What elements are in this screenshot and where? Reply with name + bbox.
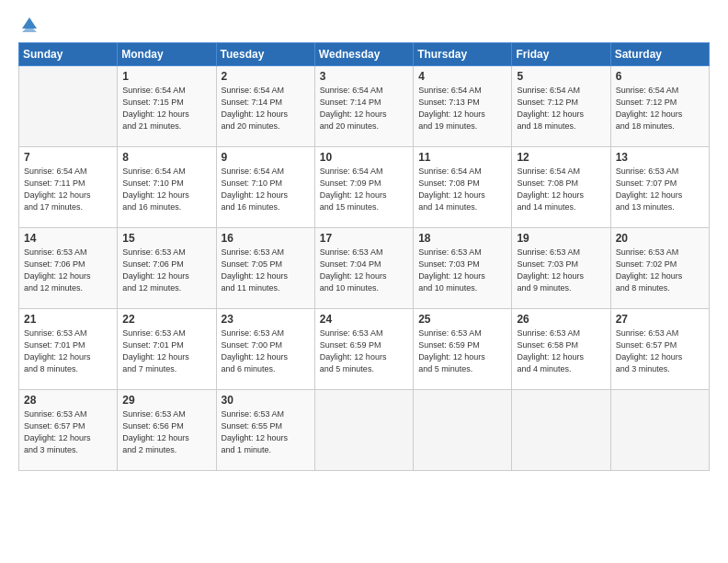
cell-info: Sunrise: 6:53 AM Sunset: 7:06 PM Dayligh… — [24, 247, 112, 294]
cell-info: Sunrise: 6:53 AM Sunset: 7:01 PM Dayligh… — [24, 327, 112, 375]
calendar-cell — [314, 390, 413, 471]
calendar-cell: 27Sunrise: 6:53 AM Sunset: 6:57 PM Dayli… — [610, 309, 709, 390]
calendar-cell: 18Sunrise: 6:53 AM Sunset: 7:03 PM Dayli… — [414, 228, 512, 309]
cell-info: Sunrise: 6:54 AM Sunset: 7:10 PM Dayligh… — [222, 166, 310, 213]
calendar-cell: 22Sunrise: 6:53 AM Sunset: 7:01 PM Dayli… — [118, 309, 216, 390]
calendar-cell: 20Sunrise: 6:53 AM Sunset: 7:02 PM Dayli… — [610, 228, 709, 309]
calendar-cell: 13Sunrise: 6:53 AM Sunset: 7:07 PM Dayli… — [610, 147, 709, 228]
date-number: 1 — [122, 70, 210, 83]
calendar-cell: 25Sunrise: 6:53 AM Sunset: 6:59 PM Dayli… — [414, 309, 512, 390]
calendar-cell: 16Sunrise: 6:53 AM Sunset: 7:05 PM Dayli… — [216, 228, 314, 309]
calendar-cell: 12Sunrise: 6:54 AM Sunset: 7:08 PM Dayli… — [512, 147, 610, 228]
cell-info: Sunrise: 6:54 AM Sunset: 7:09 PM Dayligh… — [320, 166, 408, 213]
cell-info: Sunrise: 6:54 AM Sunset: 7:12 PM Dayligh… — [517, 85, 605, 132]
date-number: 3 — [320, 70, 408, 83]
cell-info: Sunrise: 6:54 AM Sunset: 7:13 PM Dayligh… — [418, 85, 506, 132]
calendar-cell: 30Sunrise: 6:53 AM Sunset: 6:55 PM Dayli… — [216, 390, 314, 471]
col-header-wednesday: Wednesday — [314, 43, 413, 66]
col-header-tuesday: Tuesday — [216, 43, 314, 66]
calendar-cell: 23Sunrise: 6:53 AM Sunset: 7:00 PM Dayli… — [216, 309, 314, 390]
date-number: 24 — [320, 313, 408, 326]
date-number: 30 — [222, 394, 310, 407]
date-number: 11 — [418, 151, 506, 164]
date-number: 18 — [418, 232, 506, 245]
page-header — [18, 17, 710, 33]
calendar-week-2: 7Sunrise: 6:54 AM Sunset: 7:11 PM Daylig… — [19, 147, 710, 228]
calendar-cell: 1Sunrise: 6:54 AM Sunset: 7:15 PM Daylig… — [118, 66, 216, 147]
calendar-cell: 11Sunrise: 6:54 AM Sunset: 7:08 PM Dayli… — [414, 147, 512, 228]
date-number: 9 — [222, 151, 310, 164]
cell-info: Sunrise: 6:54 AM Sunset: 7:08 PM Dayligh… — [418, 166, 506, 213]
cell-info: Sunrise: 6:53 AM Sunset: 7:05 PM Dayligh… — [222, 247, 310, 294]
date-number: 14 — [24, 232, 112, 245]
calendar-cell: 15Sunrise: 6:53 AM Sunset: 7:06 PM Dayli… — [118, 228, 216, 309]
calendar-cell: 6Sunrise: 6:54 AM Sunset: 7:12 PM Daylig… — [610, 66, 709, 147]
calendar-cell: 10Sunrise: 6:54 AM Sunset: 7:09 PM Dayli… — [314, 147, 413, 228]
cell-info: Sunrise: 6:54 AM Sunset: 7:12 PM Dayligh… — [616, 85, 704, 132]
cell-info: Sunrise: 6:53 AM Sunset: 6:59 PM Dayligh… — [418, 327, 506, 375]
calendar-week-5: 28Sunrise: 6:53 AM Sunset: 6:57 PM Dayli… — [19, 390, 710, 471]
svg-marker-0 — [22, 17, 37, 29]
col-header-saturday: Saturday — [610, 43, 709, 66]
calendar-header-row: SundayMondayTuesdayWednesdayThursdayFrid… — [19, 43, 710, 66]
cell-info: Sunrise: 6:53 AM Sunset: 7:02 PM Dayligh… — [616, 247, 704, 294]
calendar-table: SundayMondayTuesdayWednesdayThursdayFrid… — [18, 42, 710, 471]
calendar-week-1: 1Sunrise: 6:54 AM Sunset: 7:15 PM Daylig… — [19, 66, 710, 147]
date-number: 28 — [24, 394, 112, 407]
cell-info: Sunrise: 6:53 AM Sunset: 7:04 PM Dayligh… — [320, 247, 408, 294]
cell-info: Sunrise: 6:53 AM Sunset: 6:58 PM Dayligh… — [517, 327, 605, 375]
date-number: 8 — [122, 151, 210, 164]
calendar-cell — [414, 390, 512, 471]
calendar-cell: 2Sunrise: 6:54 AM Sunset: 7:14 PM Daylig… — [216, 66, 314, 147]
cell-info: Sunrise: 6:54 AM Sunset: 7:08 PM Dayligh… — [517, 166, 605, 213]
cell-info: Sunrise: 6:54 AM Sunset: 7:11 PM Dayligh… — [24, 166, 112, 213]
calendar-cell: 24Sunrise: 6:53 AM Sunset: 6:59 PM Dayli… — [314, 309, 413, 390]
svg-marker-1 — [22, 29, 37, 32]
calendar-cell — [512, 390, 610, 471]
date-number: 2 — [222, 70, 310, 83]
col-header-friday: Friday — [512, 43, 610, 66]
date-number: 16 — [222, 232, 310, 245]
date-number: 13 — [616, 151, 704, 164]
cell-info: Sunrise: 6:53 AM Sunset: 7:06 PM Dayligh… — [122, 247, 210, 294]
date-number: 7 — [24, 151, 112, 164]
calendar-cell — [19, 66, 118, 147]
date-number: 10 — [320, 151, 408, 164]
calendar-cell: 8Sunrise: 6:54 AM Sunset: 7:10 PM Daylig… — [118, 147, 216, 228]
cell-info: Sunrise: 6:53 AM Sunset: 6:57 PM Dayligh… — [24, 408, 112, 456]
logo-icon — [20, 16, 39, 32]
date-number: 6 — [616, 70, 704, 83]
cell-info: Sunrise: 6:53 AM Sunset: 7:03 PM Dayligh… — [517, 247, 605, 294]
calendar-cell: 19Sunrise: 6:53 AM Sunset: 7:03 PM Dayli… — [512, 228, 610, 309]
cell-info: Sunrise: 6:54 AM Sunset: 7:15 PM Dayligh… — [122, 85, 210, 132]
date-number: 15 — [122, 232, 210, 245]
cell-info: Sunrise: 6:54 AM Sunset: 7:14 PM Dayligh… — [222, 85, 310, 132]
date-number: 29 — [122, 394, 210, 407]
date-number: 25 — [418, 313, 506, 326]
cell-info: Sunrise: 6:53 AM Sunset: 7:07 PM Dayligh… — [616, 166, 704, 213]
cell-info: Sunrise: 6:53 AM Sunset: 7:00 PM Dayligh… — [222, 327, 310, 375]
logo — [18, 17, 39, 33]
calendar-cell: 14Sunrise: 6:53 AM Sunset: 7:06 PM Dayli… — [19, 228, 118, 309]
date-number: 21 — [24, 313, 112, 326]
col-header-sunday: Sunday — [19, 43, 118, 66]
calendar-cell: 4Sunrise: 6:54 AM Sunset: 7:13 PM Daylig… — [414, 66, 512, 147]
calendar-cell: 21Sunrise: 6:53 AM Sunset: 7:01 PM Dayli… — [19, 309, 118, 390]
date-number: 5 — [517, 70, 605, 83]
calendar-cell: 5Sunrise: 6:54 AM Sunset: 7:12 PM Daylig… — [512, 66, 610, 147]
cell-info: Sunrise: 6:53 AM Sunset: 6:56 PM Dayligh… — [122, 408, 210, 456]
cell-info: Sunrise: 6:53 AM Sunset: 6:59 PM Dayligh… — [320, 327, 408, 375]
cell-info: Sunrise: 6:54 AM Sunset: 7:14 PM Dayligh… — [320, 85, 408, 132]
date-number: 20 — [616, 232, 704, 245]
date-number: 17 — [320, 232, 408, 245]
calendar-week-3: 14Sunrise: 6:53 AM Sunset: 7:06 PM Dayli… — [19, 228, 710, 309]
col-header-thursday: Thursday — [414, 43, 512, 66]
date-number: 27 — [616, 313, 704, 326]
col-header-monday: Monday — [118, 43, 216, 66]
date-number: 4 — [418, 70, 506, 83]
cell-info: Sunrise: 6:53 AM Sunset: 6:55 PM Dayligh… — [222, 408, 310, 456]
date-number: 22 — [122, 313, 210, 326]
cell-info: Sunrise: 6:53 AM Sunset: 7:03 PM Dayligh… — [418, 247, 506, 294]
calendar-cell — [610, 390, 709, 471]
cell-info: Sunrise: 6:53 AM Sunset: 6:57 PM Dayligh… — [616, 327, 704, 375]
